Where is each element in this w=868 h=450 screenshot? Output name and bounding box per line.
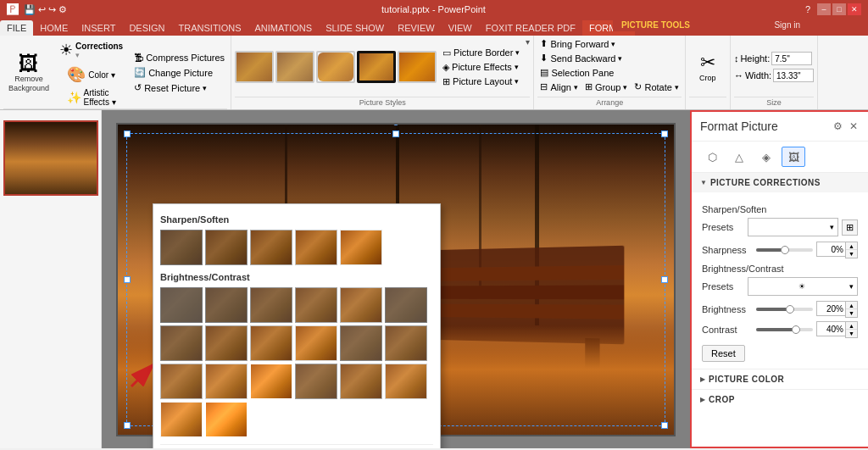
bc-thumb-17[interactable] [340,364,382,399]
change-picture-btn[interactable]: 🔄 Change Picture [131,66,227,79]
bc-thumb-4[interactable] [295,287,337,323]
remove-background-btn[interactable]: 🖼 RemoveBackground [3,50,54,97]
tab-file[interactable]: FILE [0,20,33,36]
ps-thumb-4[interactable] [357,51,396,83]
send-backward-btn[interactable]: ⬇ Send Backward ▾ [537,52,625,64]
brightness-value-input[interactable] [816,301,845,316]
presets-expand-btn[interactable]: ⊞ [842,219,858,236]
tab-transitions[interactable]: TRANSITIONS [172,20,248,36]
height-input[interactable] [771,52,812,65]
bring-forward-btn[interactable]: ⬆ Bring Forward ▾ [537,37,618,50]
correction-thumb-2[interactable] [205,230,248,265]
picture-layout-btn[interactable]: ⊞ Picture Layout ▾ [440,75,522,88]
picture-corrections-section-header[interactable]: ▼ PICTURE CORRECTIONS [692,173,868,192]
bc-thumb-1[interactable] [160,287,203,323]
bc-thumb-9[interactable] [250,325,292,361]
picture-color-section[interactable]: ▶ PICTURE COLOR [692,369,868,389]
contrast-thumb[interactable] [792,325,800,334]
artistic-effects-btn[interactable]: ✨ ArtisticEffects ▾ [64,86,120,108]
handle-br[interactable] [661,422,668,429]
bc-thumb-11[interactable] [340,325,382,361]
bc-thumb-6[interactable] [385,287,427,323]
correction-thumb-5[interactable] [340,230,382,265]
close-btn[interactable]: ✕ [848,3,861,15]
picture-icon-tab[interactable]: 🖼 [782,147,805,167]
bc-presets-dropdown[interactable]: ☀ ▾ [748,277,858,296]
ps-thumb-5[interactable] [398,51,437,83]
panel-settings-btn[interactable]: ⚙ [832,119,844,134]
maximize-btn[interactable]: □ [832,3,846,15]
contrast-track[interactable] [756,328,813,331]
sign-in-link[interactable]: Sign in [774,20,800,30]
group-btn[interactable]: ⊞ Group ▾ [582,81,631,93]
crop-btn[interactable]: ✂ Crop [689,48,726,86]
brightness-thumb[interactable] [786,305,794,314]
rotate-btn[interactable]: ↻ Rotate ▾ [632,81,681,93]
contrast-value-input[interactable] [816,321,845,336]
handle-mr[interactable] [661,276,668,283]
reset-picture-btn[interactable]: ↺ Reset Picture ▾ [131,81,227,94]
contrast-up-btn[interactable]: ▲ [846,322,857,330]
sharpness-track[interactable] [756,248,813,252]
sharpness-thumb[interactable] [781,246,789,254]
sharpness-value-input[interactable] [816,242,845,257]
bc-thumb-12[interactable] [385,325,427,361]
selection-pane-btn[interactable]: ▤ Selection Pane [537,66,616,79]
panel-close-btn[interactable]: ✕ [848,119,860,134]
bc-thumb-5[interactable] [340,287,382,323]
corrections-btn[interactable]: ☀ Corrections ▾ [56,37,126,63]
ps-thumb-3[interactable] [316,51,355,83]
brightness-track[interactable] [756,308,813,311]
corrections-options-link[interactable]: ⚙ Picture Corrections Options... [160,444,433,448]
crop-section[interactable]: ▶ CROP [692,389,868,409]
bc-thumb-16[interactable] [295,364,337,399]
color-btn[interactable]: 🎨 Color ▾ [64,64,119,86]
bc-thumb-3[interactable] [250,287,292,323]
bc-thumb-7[interactable] [160,325,203,361]
tab-home[interactable]: HOME [33,20,75,36]
tab-design[interactable]: DESIGN [122,20,171,36]
width-input[interactable] [773,69,814,82]
reset-btn[interactable]: Reset [702,345,745,362]
correction-thumb-3[interactable] [250,230,292,265]
contrast-down-btn[interactable]: ▼ [846,330,857,337]
bc-thumb-14[interactable] [205,364,248,399]
handle-tm[interactable] [392,131,399,137]
ps-thumb-1[interactable] [235,51,274,83]
handle-tr[interactable] [661,131,668,137]
bc-thumb-18[interactable] [385,364,427,399]
bc-thumb-2[interactable] [205,287,248,323]
tab-foxit[interactable]: FOXIT READER PDF [479,20,582,36]
align-btn[interactable]: ⊟ Align ▾ [537,81,580,93]
bc-thumb-10[interactable] [295,325,337,361]
help-btn[interactable]: ? [800,4,815,14]
sharpness-down-btn[interactable]: ▼ [846,250,857,258]
handle-bl[interactable] [124,422,131,429]
correction-thumb-1[interactable] [160,230,203,265]
outline-icon-tab[interactable]: △ [727,147,751,167]
bc-thumb-20[interactable] [205,402,248,437]
picture-effects-btn[interactable]: ◈ Picture Effects ▾ [440,61,522,74]
presets-dropdown[interactable]: ▾ [748,218,838,236]
tab-insert[interactable]: INSERT [75,20,122,36]
styles-expand-btn[interactable]: ▾ [526,37,530,47]
sharpness-up-btn[interactable]: ▲ [846,242,857,250]
fill-icon-tab[interactable]: ⬡ [700,147,724,167]
ps-thumb-2[interactable] [275,51,314,83]
handle-tl[interactable] [124,131,131,137]
tab-slide-show[interactable]: SLIDE SHOW [319,20,391,36]
tab-view[interactable]: VIEW [442,20,479,36]
picture-border-btn[interactable]: ▭ Picture Border ▾ [440,47,522,59]
brightness-up-btn[interactable]: ▲ [846,302,857,309]
handle-ml[interactable] [124,276,131,283]
minimize-btn[interactable]: – [817,3,831,15]
correction-thumb-4[interactable] [295,230,337,265]
brightness-down-btn[interactable]: ▼ [846,309,857,317]
tab-review[interactable]: REVIEW [391,20,441,36]
bc-thumb-8[interactable] [205,325,248,361]
slide-thumbnail[interactable] [3,120,98,196]
bc-thumb-15[interactable] [250,364,292,399]
effects-icon-tab[interactable]: ◈ [754,147,778,167]
compress-pictures-btn[interactable]: 🗜 Compress Pictures [131,52,227,64]
tab-animations[interactable]: ANIMATIONS [248,20,320,36]
